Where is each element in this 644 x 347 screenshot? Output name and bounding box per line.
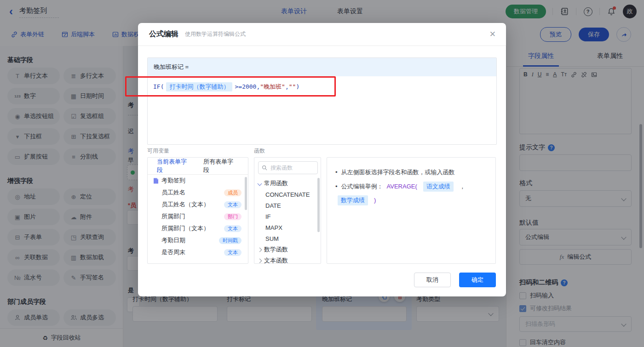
variables-group: 考勤签到 — [148, 175, 248, 187]
functions-panel: 常用函数 CONCATENATE DATE IF MAPX SUM 数学函数 文… — [254, 157, 321, 264]
type-badge: 部门 — [224, 213, 242, 220]
formula-field-chip[interactable]: 打卡时间（数字辅助） — [166, 82, 232, 91]
formula-comma: , — [285, 83, 289, 90]
function-item[interactable]: CONCATENATE — [254, 189, 321, 200]
type-badge: 文本 — [224, 249, 242, 256]
formula-edit-modal: 公式编辑 使用数学运算符编辑公式 ✕ 晚加班标记 = IF(打卡时间（数字辅助）… — [138, 23, 506, 296]
close-icon[interactable]: ✕ — [489, 29, 496, 39]
formula-editor-box: 晚加班标记 = IF(打卡时间（数字辅助）>=2000,"晚加班","") — [147, 57, 497, 145]
confirm-button[interactable]: 确定 — [459, 273, 496, 287]
chevron-right-icon — [258, 247, 262, 252]
example-field-chip: 数学成绩 — [338, 195, 368, 205]
functions-label: 函数 — [254, 147, 265, 155]
variable-item[interactable]: 考勤日期时间戳 — [148, 234, 248, 246]
tab-all-form-fields[interactable]: 所有表单字段 — [203, 158, 239, 174]
variables-tabs: 当前表单字段 所有表单字段 — [148, 158, 248, 175]
scrollbar[interactable] — [317, 178, 320, 232]
type-badge: 成员 — [224, 189, 242, 196]
search-icon — [262, 165, 267, 171]
example-close: ) — [374, 196, 376, 205]
type-badge: 文本 — [224, 225, 242, 232]
variables-label: 可用变量 — [147, 147, 169, 155]
variables-panel: 当前表单字段 所有表单字段 考勤签到 员工姓名成员 员工姓名（文本）文本 所属部… — [147, 157, 248, 264]
tip-example-line: • 公式编辑举例：AVERAGE(语文成绩，数学成绩) — [335, 182, 487, 205]
example-function: AVERAGE( — [387, 182, 417, 191]
chevron-down-icon — [258, 181, 262, 186]
example-field-chip: 语文成绩 — [423, 182, 454, 192]
type-badge: 时间戳 — [219, 237, 242, 244]
variable-item[interactable]: 所属部门部门 — [148, 210, 248, 222]
function-item[interactable]: DATE — [254, 200, 321, 211]
formula-input[interactable]: IF(打卡时间（数字辅助）>=2000,"晚加班","") — [148, 76, 496, 97]
formula-condition: >=2000, — [235, 83, 260, 90]
variable-item[interactable]: 员工姓名（文本）文本 — [148, 199, 248, 210]
function-item[interactable]: SUM — [254, 233, 321, 244]
variable-item[interactable]: 员工姓名成员 — [148, 187, 248, 199]
type-badge: 文本 — [224, 201, 242, 208]
formula-false-value: "" — [289, 83, 296, 90]
modal-title: 公式编辑 — [149, 29, 178, 39]
function-group-math[interactable]: 数学函数 — [254, 244, 321, 255]
scrollbar[interactable] — [245, 177, 247, 210]
formula-true-value: "晚加班" — [260, 83, 285, 90]
app-window: ‹ 考勤签到 表单设计 表单设置 数据管理 ? — [0, 0, 644, 347]
function-search-input[interactable] — [270, 164, 313, 171]
bullet: • — [335, 182, 338, 191]
tips-panel: • 从左侧面板选择字段名和函数，或输入函数 • 公式编辑举例：AVERAGE(语… — [327, 157, 496, 264]
modal-subtitle: 使用数学运算符编辑公式 — [185, 30, 246, 38]
formula-close: ) — [296, 83, 299, 90]
variable-item[interactable]: 是否周末文本 — [148, 246, 248, 258]
formula-if-token: IF( — [153, 83, 164, 90]
tip-line: • 从左侧面板选择字段名和函数，或输入函数 — [335, 168, 487, 177]
function-search[interactable] — [258, 161, 318, 174]
modal-header: 公式编辑 使用数学运算符编辑公式 ✕ — [138, 23, 506, 46]
bullet: • — [335, 168, 338, 177]
chevron-right-icon — [258, 258, 262, 263]
cancel-button[interactable]: 取消 — [414, 273, 451, 287]
function-item[interactable]: IF — [254, 211, 321, 222]
function-group-common[interactable]: 常用函数 — [254, 178, 321, 189]
form-doc-icon — [153, 178, 159, 184]
tab-current-form-fields[interactable]: 当前表单字段 — [157, 158, 192, 174]
formula-target: 晚加班标记 = — [148, 58, 496, 76]
variable-item[interactable]: 所属部门（文本）文本 — [148, 222, 248, 234]
function-group-text[interactable]: 文本函数 — [254, 255, 321, 264]
function-item[interactable]: MAPX — [254, 222, 321, 233]
